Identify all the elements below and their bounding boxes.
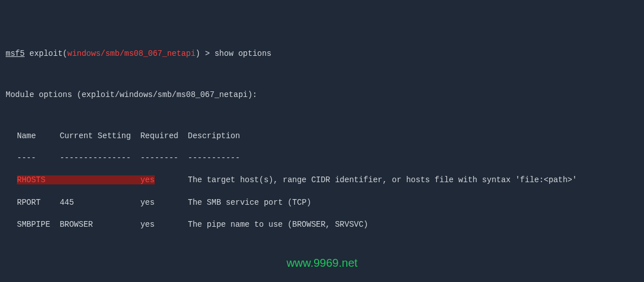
table-row: SMBPIPE BROWSER yes The pipe name to use…: [17, 219, 638, 231]
module-path: windows/smb/ms08_067_netapi: [67, 49, 195, 58]
command-text: show options: [215, 49, 272, 58]
col-name: Name: [17, 131, 36, 140]
opt-smbpipe: SMBPIPE: [17, 220, 50, 229]
col-setting: Current Setting: [60, 131, 131, 140]
msf-prompt[interactable]: msf5 exploit(windows/smb/ms08_067_netapi…: [6, 49, 638, 60]
opt-required: yes: [140, 198, 154, 207]
module-table-underline: ---- --------------- -------- ----------…: [17, 153, 638, 164]
module-table-header: Name Current Setting Required Descriptio…: [17, 131, 638, 142]
module-options-header: Module options (exploit/windows/smb/ms08…: [6, 90, 638, 101]
watermark: www.9969.net: [286, 255, 358, 271]
prompt-prefix: msf5: [6, 49, 25, 58]
opt-setting: 445: [60, 198, 74, 207]
opt-rhosts: RHOSTS yes: [17, 175, 155, 184]
col-description: Description: [188, 131, 240, 140]
prompt-context: exploit: [29, 49, 63, 58]
opt-desc: The SMB service port (TCP): [188, 198, 311, 207]
table-row: RHOSTS yes The target host(s), range CID…: [17, 175, 638, 186]
opt-required: yes: [140, 220, 154, 229]
opt-desc: The target host(s), range CIDR identifie…: [188, 175, 577, 184]
col-required: Required: [140, 131, 178, 140]
table-row: RPORT 445 yes The SMB service port (TCP): [17, 197, 638, 209]
opt-rport: RPORT: [17, 198, 41, 207]
opt-setting: BROWSER: [60, 220, 93, 229]
opt-desc: The pipe name to use (BROWSER, SRVSVC): [188, 220, 368, 229]
